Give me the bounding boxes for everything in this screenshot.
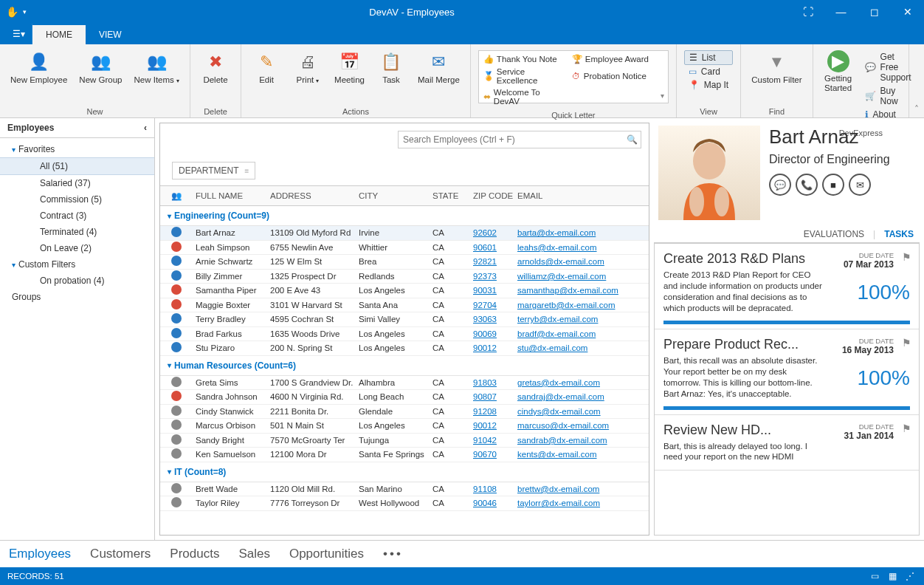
col-city[interactable]: CITY (359, 191, 432, 200)
phone-button[interactable]: 📞 (796, 174, 818, 196)
ql-service[interactable]: 🏅Service Excellence (480, 66, 569, 86)
zip-link[interactable]: 91208 (473, 407, 497, 416)
ql-probation[interactable]: ⏱Probation Notice (569, 66, 658, 86)
view2-icon[interactable]: ▦ (886, 570, 899, 582)
nav-opportunities[interactable]: Opportunities (289, 547, 364, 561)
table-row[interactable]: Arnie Schwartz125 W Elm StBreaCA92821arn… (160, 255, 649, 270)
tree-item[interactable]: Commission (5) (0, 191, 154, 208)
mail-merge-button[interactable]: ✉Mail Merge (412, 47, 466, 88)
zip-link[interactable]: 92602 (473, 228, 497, 237)
zip-link[interactable]: 90670 (473, 450, 497, 459)
table-row[interactable]: Taylor Riley7776 Torreyson DrWest Hollyw… (160, 496, 649, 511)
task-card[interactable]: Create 2013 R&D PlansDUE DATE07 Mar 2013… (655, 244, 919, 329)
email-link[interactable]: arnolds@dx-email.com (517, 257, 604, 266)
email-link[interactable]: samanthap@dx-email.com (517, 286, 618, 295)
tab-tasks[interactable]: TASKS (884, 229, 914, 239)
zip-link[interactable]: 92821 (473, 257, 497, 266)
quick-access-icon[interactable]: ✋ (6, 6, 18, 18)
email-link[interactable]: stu@dx-email.com (517, 343, 587, 352)
table-row[interactable]: Terry Bradley4595 Cochran StSimi ValleyC… (160, 312, 649, 327)
zip-link[interactable]: 92704 (473, 301, 497, 309)
table-row[interactable]: Sandy Bright7570 McGroarty TerTujungaCA9… (160, 434, 649, 448)
group-row[interactable]: ▾ IT (Count=8) (160, 462, 649, 482)
tree-item[interactable]: On Leave (2) (0, 240, 154, 256)
file-tab-icon[interactable]: ☰▾ (6, 24, 32, 44)
zip-link[interactable]: 93063 (473, 315, 497, 324)
email-link[interactable]: bradf@dx-email.com (517, 329, 596, 338)
table-row[interactable]: Leah Simpson6755 Newlin AveWhittierCA906… (160, 241, 649, 256)
task-card[interactable]: Review New HD...DUE DATE31 Jan 2014⚑Bart… (655, 415, 919, 471)
table-row[interactable]: Sandra Johnson4600 N Virginia Rd.Long Be… (160, 390, 649, 405)
col-state[interactable]: STATE (432, 191, 473, 200)
table-row[interactable]: Ken Samuelson12100 Mora DrSanta Fe Sprin… (160, 448, 649, 462)
zip-link[interactable]: 90807 (473, 392, 497, 401)
table-row[interactable]: Bart Arnaz13109 Old Myford RdIrvineCA926… (160, 226, 649, 241)
tree-item-groups[interactable]: Groups (0, 289, 154, 305)
edit-button[interactable]: ✎Edit (246, 47, 287, 88)
new-group-button[interactable]: 👥New Group (73, 47, 128, 88)
view-card-button[interactable]: ▭Card (684, 65, 733, 78)
table-row[interactable]: Maggie Boxter3101 W Harvard StSanta AnaC… (160, 298, 649, 313)
ribbon-display-icon[interactable]: ⛶ (791, 0, 824, 24)
nav-customers[interactable]: Customers (90, 547, 151, 561)
col-fullname[interactable]: FULL NAME (193, 191, 270, 200)
nav-more-icon[interactable]: ••• (383, 547, 403, 561)
search-icon[interactable]: 🔍 (623, 134, 641, 145)
close-icon[interactable]: ✕ (891, 0, 924, 24)
email-link[interactable]: terryb@dx-email.com (517, 315, 598, 324)
maximize-icon[interactable]: ◻ (858, 0, 891, 24)
meeting-button[interactable]: 📅Meeting (328, 47, 370, 88)
col-email[interactable]: EMAIL (517, 191, 649, 200)
chat-button[interactable]: 💬 (769, 174, 791, 196)
quick-letter-gallery[interactable]: 👍Thank You Note 🏆Employee Award 🏅Service… (478, 50, 669, 103)
zip-link[interactable]: 91108 (473, 485, 497, 493)
getting-started-button[interactable]: ▶Getting Started (818, 47, 859, 95)
new-employee-button[interactable]: 👤New Employee (4, 47, 73, 88)
collapse-icon[interactable]: ‹ (144, 123, 147, 133)
table-row[interactable]: Cindy Stanwick2211 Bonita Dr.GlendaleCA9… (160, 405, 649, 420)
custom-filter-button[interactable]: ▼Custom Filter (745, 47, 807, 88)
task-card[interactable]: Prepare Product Rec...DUE DATE16 May 201… (655, 329, 919, 415)
flag-icon[interactable]: ⚑ (902, 337, 911, 349)
nav-employees[interactable]: Employees (9, 547, 71, 561)
favorites-header[interactable]: ▾Favorites (0, 141, 154, 157)
flag-icon[interactable]: ⚑ (902, 422, 911, 434)
email-link[interactable]: gretas@dx-email.com (517, 378, 600, 387)
task-button[interactable]: 📋Task (370, 47, 412, 88)
print-button[interactable]: 🖨Print ▾ (287, 47, 328, 88)
view-map-button[interactable]: 📍Map It (684, 78, 733, 92)
email-link[interactable]: kents@dx-email.com (517, 450, 597, 459)
email-link[interactable]: sandraj@dx-email.com (517, 392, 604, 401)
zip-link[interactable]: 91042 (473, 436, 497, 445)
resize-grip-icon[interactable]: ⋰ (903, 570, 917, 582)
tree-item[interactable]: Salaried (37) (0, 175, 154, 191)
table-row[interactable]: Billy Zimmer1325 Prospect DrRedlandsCA92… (160, 270, 649, 284)
email-link[interactable]: barta@dx-email.com (517, 228, 596, 237)
flag-icon[interactable]: ⚑ (902, 251, 911, 263)
zip-link[interactable]: 91803 (473, 378, 497, 387)
email-link[interactable]: williamz@dx-email.com (517, 272, 606, 281)
email-link[interactable]: cindys@dx-email.com (517, 407, 601, 416)
col-zip[interactable]: ZIP CODE (473, 191, 517, 200)
tree-item[interactable]: Contract (3) (0, 208, 154, 224)
gallery-expand-icon[interactable]: ▾ (658, 89, 668, 103)
zip-link[interactable]: 90012 (473, 421, 497, 430)
video-button[interactable]: ■ (822, 174, 844, 196)
email-link[interactable]: marcuso@dx-email.com (517, 421, 609, 430)
table-row[interactable]: Greta Sims1700 S Grandview Dr.AlhambraCA… (160, 376, 649, 391)
table-row[interactable]: Samantha Piper200 E Ave 43Los AngelesCA9… (160, 284, 649, 298)
ql-thank-you[interactable]: 👍Thank You Note (480, 52, 569, 66)
zip-link[interactable]: 90601 (473, 243, 497, 252)
tree-item[interactable]: All (51) (0, 157, 154, 175)
tree-item-probation[interactable]: On probation (4) (0, 273, 154, 289)
email-link[interactable]: margaretb@dx-email.com (517, 301, 615, 309)
zip-link[interactable]: 90031 (473, 286, 497, 295)
group-row[interactable]: ▾ Human Resources (Count=6) (160, 356, 649, 376)
buy-now-link[interactable]: 🛒Buy Now (862, 84, 914, 108)
col-address[interactable]: ADDRESS (270, 191, 359, 200)
email-link[interactable]: taylorr@dx-email.com (517, 499, 600, 507)
nav-sales[interactable]: Sales (238, 547, 270, 561)
dropdown-icon[interactable]: ▾ (23, 8, 27, 16)
get-support-link[interactable]: 💬Get Free Support (862, 50, 914, 84)
zip-link[interactable]: 90046 (473, 499, 497, 507)
